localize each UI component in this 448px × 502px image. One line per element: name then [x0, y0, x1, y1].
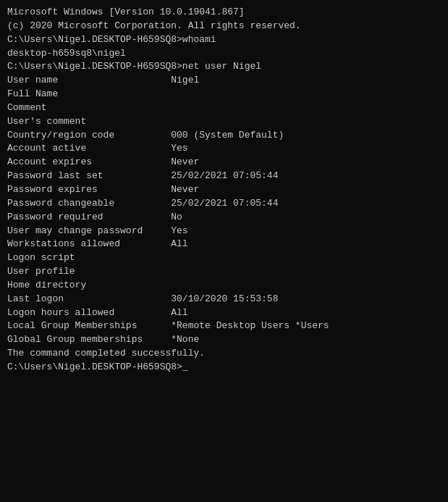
terminal-line: Full Name: [7, 88, 441, 101]
terminal-line: Logon script: [7, 251, 441, 265]
terminal-line: The command completed successfully.: [7, 347, 441, 361]
terminal-line: Account active Yes: [7, 142, 441, 156]
terminal-line: Local Group Memberships *Remote Desktop …: [7, 319, 441, 333]
terminal-line: Account expires Never: [7, 156, 441, 170]
terminal-line: Password required No: [7, 211, 441, 225]
terminal-line: User may change password Yes: [7, 225, 441, 238]
terminal-line: Password changeable 25/02/2021 07:05:44: [7, 197, 441, 211]
terminal-line: Microsoft Windows [Version 10.0.19041.86…: [7, 6, 441, 20]
terminal-line: C:\Users\Nigel.DESKTOP-H659SQ8>whoami: [7, 33, 441, 47]
terminal-line: Global Group memberships *None: [7, 333, 441, 347]
terminal-line: Password last set 25/02/2021 07:05:44: [7, 170, 441, 183]
terminal-line: Last logon 30/10/2020 15:53:58: [7, 293, 441, 306]
terminal-line: Comment: [7, 101, 441, 115]
terminal-line: User profile: [7, 265, 441, 279]
terminal-line: Workstations allowed All: [7, 238, 441, 251]
terminal-window[interactable]: Microsoft Windows [Version 10.0.19041.86…: [0, 0, 448, 502]
terminal-line: (c) 2020 Microsoft Corporation. All righ…: [7, 20, 441, 33]
terminal-line: C:\Users\Nigel.DESKTOP-H659SQ8>_: [7, 361, 441, 375]
terminal-line: Password expires Never: [7, 183, 441, 197]
terminal-line: desktop-h659sq8\nigel: [7, 47, 441, 61]
terminal-line: Logon hours allowed All: [7, 306, 441, 320]
terminal-line: Home directory: [7, 279, 441, 293]
terminal-line: C:\Users\Nigel.DESKTOP-H659SQ8>net user …: [7, 60, 441, 74]
terminal-line: User's comment: [7, 115, 441, 129]
terminal-line: User name Nigel: [7, 74, 441, 88]
terminal-line: Country/region code 000 (System Default): [7, 129, 441, 143]
